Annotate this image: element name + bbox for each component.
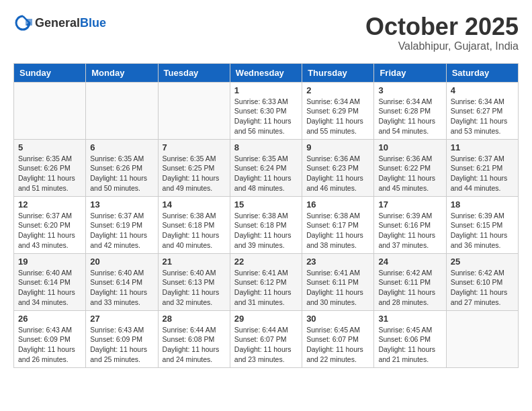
day-number: 9: [306, 142, 369, 152]
day-info: Sunrise: 6:40 AM Sunset: 6:13 PM Dayligh…: [163, 268, 226, 308]
calendar-cell: 10Sunrise: 6:36 AM Sunset: 6:22 PM Dayli…: [374, 139, 446, 196]
calendar-cell: 14Sunrise: 6:38 AM Sunset: 6:18 PM Dayli…: [158, 196, 230, 253]
day-info: Sunrise: 6:42 AM Sunset: 6:10 PM Dayligh…: [451, 268, 514, 308]
calendar-cell: 22Sunrise: 6:41 AM Sunset: 6:12 PM Dayli…: [230, 253, 302, 310]
calendar-cell: 15Sunrise: 6:38 AM Sunset: 6:18 PM Dayli…: [230, 196, 302, 253]
day-number: 2: [306, 85, 369, 95]
calendar-cell: [86, 82, 158, 139]
day-info: Sunrise: 6:34 AM Sunset: 6:27 PM Dayligh…: [451, 97, 514, 136]
weekday-header-sunday: Sunday: [14, 63, 86, 82]
calendar-cell: 25Sunrise: 6:42 AM Sunset: 6:10 PM Dayli…: [446, 253, 518, 310]
calendar-week-row: 12Sunrise: 6:37 AM Sunset: 6:20 PM Dayli…: [14, 196, 519, 253]
calendar-cell: 1Sunrise: 6:33 AM Sunset: 6:30 PM Daylig…: [230, 82, 302, 139]
day-info: Sunrise: 6:37 AM Sunset: 6:20 PM Dayligh…: [18, 211, 81, 250]
day-info: Sunrise: 6:43 AM Sunset: 6:09 PM Dayligh…: [18, 325, 81, 365]
calendar-cell: 24Sunrise: 6:42 AM Sunset: 6:11 PM Dayli…: [374, 253, 446, 310]
weekday-header-thursday: Thursday: [302, 63, 374, 82]
day-info: Sunrise: 6:40 AM Sunset: 6:14 PM Dayligh…: [18, 268, 81, 308]
calendar-cell: 21Sunrise: 6:40 AM Sunset: 6:13 PM Dayli…: [158, 253, 230, 310]
day-info: Sunrise: 6:39 AM Sunset: 6:16 PM Dayligh…: [378, 211, 441, 250]
day-number: 10: [378, 142, 441, 152]
month-title: October 2025: [365, 13, 519, 40]
day-number: 28: [163, 314, 226, 324]
calendar-week-row: 26Sunrise: 6:43 AM Sunset: 6:09 PM Dayli…: [14, 310, 519, 367]
day-number: 3: [378, 85, 441, 95]
calendar-cell: 4Sunrise: 6:34 AM Sunset: 6:27 PM Daylig…: [446, 82, 518, 139]
calendar-cell: 9Sunrise: 6:36 AM Sunset: 6:23 PM Daylig…: [302, 139, 374, 196]
day-info: Sunrise: 6:35 AM Sunset: 6:26 PM Dayligh…: [18, 154, 81, 193]
calendar-cell: 23Sunrise: 6:41 AM Sunset: 6:11 PM Dayli…: [302, 253, 374, 310]
day-number: 5: [18, 142, 81, 152]
calendar-cell: 20Sunrise: 6:40 AM Sunset: 6:14 PM Dayli…: [86, 253, 158, 310]
day-number: 15: [234, 199, 298, 210]
weekday-header-saturday: Saturday: [446, 63, 518, 82]
day-number: 17: [378, 199, 441, 210]
day-number: 13: [90, 199, 153, 210]
day-info: Sunrise: 6:45 AM Sunset: 6:07 PM Dayligh…: [306, 325, 369, 365]
day-info: Sunrise: 6:44 AM Sunset: 6:07 PM Dayligh…: [234, 325, 298, 365]
day-number: 30: [306, 314, 369, 324]
calendar-cell: 30Sunrise: 6:45 AM Sunset: 6:07 PM Dayli…: [302, 310, 374, 367]
day-info: Sunrise: 6:35 AM Sunset: 6:24 PM Dayligh…: [234, 154, 298, 193]
day-number: 29: [234, 314, 298, 324]
calendar-cell: 7Sunrise: 6:35 AM Sunset: 6:25 PM Daylig…: [158, 139, 230, 196]
calendar-cell: 12Sunrise: 6:37 AM Sunset: 6:20 PM Dayli…: [14, 196, 86, 253]
calendar-cell: [14, 82, 86, 139]
day-info: Sunrise: 6:45 AM Sunset: 6:06 PM Dayligh…: [378, 325, 441, 365]
day-info: Sunrise: 6:42 AM Sunset: 6:11 PM Dayligh…: [378, 268, 441, 308]
day-info: Sunrise: 6:38 AM Sunset: 6:18 PM Dayligh…: [234, 211, 298, 250]
weekday-header-tuesday: Tuesday: [158, 63, 230, 82]
calendar-cell: [158, 82, 230, 139]
location-subtitle: Valabhipur, Gujarat, India: [365, 40, 519, 52]
day-number: 6: [90, 142, 153, 152]
day-info: Sunrise: 6:34 AM Sunset: 6:28 PM Dayligh…: [378, 97, 441, 136]
day-number: 20: [90, 257, 153, 267]
day-info: Sunrise: 6:44 AM Sunset: 6:08 PM Dayligh…: [163, 325, 226, 365]
calendar-cell: 13Sunrise: 6:37 AM Sunset: 6:19 PM Dayli…: [86, 196, 158, 253]
day-number: 31: [378, 314, 441, 324]
svg-marker-1: [26, 19, 32, 26]
calendar-week-row: 19Sunrise: 6:40 AM Sunset: 6:14 PM Dayli…: [14, 253, 519, 310]
calendar-table: SundayMondayTuesdayWednesdayThursdayFrid…: [13, 63, 519, 368]
day-number: 21: [163, 257, 226, 267]
calendar-cell: 8Sunrise: 6:35 AM Sunset: 6:24 PM Daylig…: [230, 139, 302, 196]
calendar-week-row: 5Sunrise: 6:35 AM Sunset: 6:26 PM Daylig…: [14, 139, 519, 196]
day-info: Sunrise: 6:35 AM Sunset: 6:25 PM Dayligh…: [163, 154, 226, 193]
day-number: 25: [451, 257, 514, 267]
calendar-cell: 31Sunrise: 6:45 AM Sunset: 6:06 PM Dayli…: [374, 310, 446, 367]
calendar-cell: 16Sunrise: 6:38 AM Sunset: 6:17 PM Dayli…: [302, 196, 374, 253]
day-number: 18: [451, 199, 514, 210]
page-header: GeneralBlue October 2025 Valabhipur, Guj…: [13, 13, 519, 52]
calendar-cell: 26Sunrise: 6:43 AM Sunset: 6:09 PM Dayli…: [14, 310, 86, 367]
calendar-cell: 3Sunrise: 6:34 AM Sunset: 6:28 PM Daylig…: [374, 82, 446, 139]
day-info: Sunrise: 6:39 AM Sunset: 6:15 PM Dayligh…: [451, 211, 514, 250]
weekday-header-friday: Friday: [374, 63, 446, 82]
calendar-cell: 19Sunrise: 6:40 AM Sunset: 6:14 PM Dayli…: [14, 253, 86, 310]
calendar-cell: 29Sunrise: 6:44 AM Sunset: 6:07 PM Dayli…: [230, 310, 302, 367]
day-info: Sunrise: 6:41 AM Sunset: 6:12 PM Dayligh…: [234, 268, 298, 308]
day-number: 8: [234, 142, 298, 152]
calendar-cell: 18Sunrise: 6:39 AM Sunset: 6:15 PM Dayli…: [446, 196, 518, 253]
weekday-header-row: SundayMondayTuesdayWednesdayThursdayFrid…: [14, 63, 519, 82]
weekday-header-monday: Monday: [86, 63, 158, 82]
calendar-cell: 5Sunrise: 6:35 AM Sunset: 6:26 PM Daylig…: [14, 139, 86, 196]
day-number: 11: [451, 142, 514, 152]
day-info: Sunrise: 6:35 AM Sunset: 6:26 PM Dayligh…: [90, 154, 153, 193]
day-info: Sunrise: 6:34 AM Sunset: 6:29 PM Dayligh…: [306, 97, 369, 136]
day-info: Sunrise: 6:41 AM Sunset: 6:11 PM Dayligh…: [306, 268, 369, 308]
logo-general-text: General: [35, 16, 80, 30]
day-info: Sunrise: 6:40 AM Sunset: 6:14 PM Dayligh…: [90, 268, 153, 308]
logo-icon: [13, 13, 32, 32]
day-info: Sunrise: 6:36 AM Sunset: 6:22 PM Dayligh…: [378, 154, 441, 193]
day-number: 16: [306, 199, 369, 210]
day-number: 19: [18, 257, 81, 267]
calendar-week-row: 1Sunrise: 6:33 AM Sunset: 6:30 PM Daylig…: [14, 82, 519, 139]
logo-blue-text: Blue: [80, 16, 106, 30]
title-area: October 2025 Valabhipur, Gujarat, India: [365, 13, 519, 52]
day-info: Sunrise: 6:38 AM Sunset: 6:18 PM Dayligh…: [163, 211, 226, 250]
day-info: Sunrise: 6:36 AM Sunset: 6:23 PM Dayligh…: [306, 154, 369, 193]
day-info: Sunrise: 6:37 AM Sunset: 6:21 PM Dayligh…: [451, 154, 514, 193]
day-number: 7: [163, 142, 226, 152]
day-info: Sunrise: 6:37 AM Sunset: 6:19 PM Dayligh…: [90, 211, 153, 250]
calendar-cell: 17Sunrise: 6:39 AM Sunset: 6:16 PM Dayli…: [374, 196, 446, 253]
